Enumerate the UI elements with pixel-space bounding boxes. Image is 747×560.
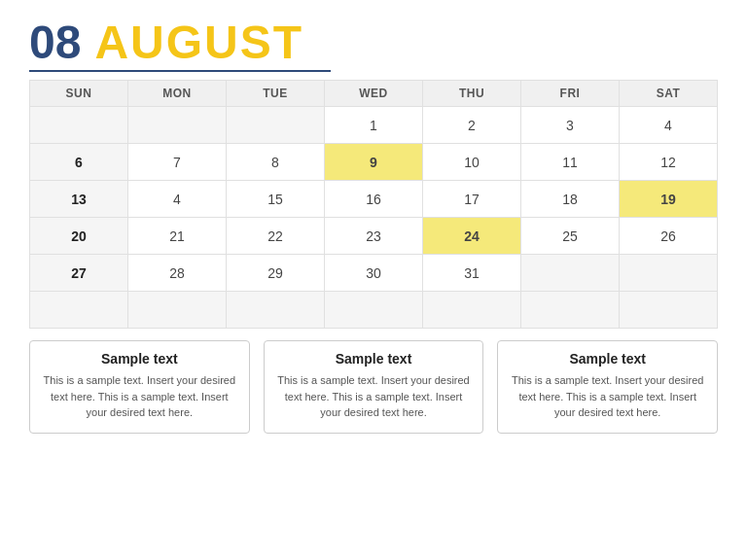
cal-cell: 18 [521,181,620,218]
cal-cell: 8 [227,144,325,181]
info-box-3-text: This is a sample text. Insert your desir… [510,372,705,421]
day-header-fri: FRI [521,81,620,107]
cal-cell: 7 [128,144,227,181]
day-header-mon: MON [128,81,227,107]
cal-cell-highlighted: 9 [325,144,423,181]
cal-cell [227,107,325,144]
cal-cell: 23 [325,218,423,255]
cal-cell: 3 [521,107,620,144]
info-box-3: Sample text This is a sample text. Inser… [497,340,718,434]
day-header-thu: THU [423,81,521,107]
cal-cell: 17 [423,181,521,218]
cal-cell: 30 [325,255,423,292]
cal-cell-empty [521,255,620,292]
cal-cell-sun: 13 [30,181,128,218]
cal-cell: 1 [325,107,423,144]
header-underline [29,70,331,72]
calendar-row-3: 13 4 15 16 17 18 19 [30,181,718,218]
cal-cell-empty [30,292,128,329]
cal-cell-highlighted: 24 [423,218,521,255]
cal-cell: 29 [227,255,325,292]
info-box-2-title: Sample text [276,351,472,367]
cal-cell: 21 [128,218,227,255]
header: 08 AUGUST [29,19,718,66]
cal-cell-sun: 20 [30,218,128,255]
info-box-1-text: This is a sample text. Insert your desir… [42,372,237,421]
info-box-1-title: Sample text [42,351,237,367]
cal-cell: 26 [620,218,718,255]
calendar-row-1: 1 2 3 4 [30,107,718,144]
calendar-header-row: SUN MON TUE WED THU FRI SAT [30,81,718,107]
day-header-wed: WED [325,81,423,107]
cal-cell-empty [521,292,620,329]
cal-cell-sun: 27 [30,255,128,292]
info-box-3-title: Sample text [510,351,705,367]
day-header-sun: SUN [30,81,128,107]
cal-cell: 4 [128,181,227,218]
cal-cell-empty [620,255,718,292]
cal-cell: 10 [423,144,521,181]
cal-cell: 11 [521,144,620,181]
cal-cell: 25 [521,218,620,255]
cal-cell-sun: 6 [30,144,128,181]
month-name: AUGUST [94,19,303,66]
cal-cell: 22 [227,218,325,255]
cal-cell: 4 [620,107,718,144]
calendar-row-5: 27 28 29 30 31 [30,255,718,292]
cal-cell: 31 [423,255,521,292]
cal-cell-empty [128,292,227,329]
day-header-sat: SAT [620,81,718,107]
cal-cell-highlighted: 19 [620,181,718,218]
cal-cell-empty [227,292,325,329]
calendar-row-2: 6 7 8 9 10 11 12 [30,144,718,181]
cal-cell: 16 [325,181,423,218]
info-box-2: Sample text This is a sample text. Inser… [264,340,484,434]
cal-cell-empty [423,292,521,329]
cal-cell-empty [620,292,718,329]
cal-cell: 15 [227,181,325,218]
cal-cell: 12 [620,144,718,181]
calendar-row-6 [30,292,718,329]
info-boxes-container: Sample text This is a sample text. Inser… [29,340,718,434]
day-header-tue: TUE [227,81,325,107]
calendar-table: SUN MON TUE WED THU FRI SAT 1 2 3 4 [29,80,718,329]
cal-cell: 2 [423,107,521,144]
cal-cell-empty [325,292,423,329]
month-number: 08 [29,19,81,66]
info-box-1: Sample text This is a sample text. Inser… [29,340,250,434]
page-container: 08 AUGUST SUN MON TUE WED THU FRI SAT 1 … [0,0,747,560]
calendar-row-4: 20 21 22 23 24 25 26 [30,218,718,255]
cal-cell: 28 [128,255,227,292]
cal-cell [128,107,227,144]
info-box-2-text: This is a sample text. Insert your desir… [276,372,472,421]
cal-cell [30,107,128,144]
